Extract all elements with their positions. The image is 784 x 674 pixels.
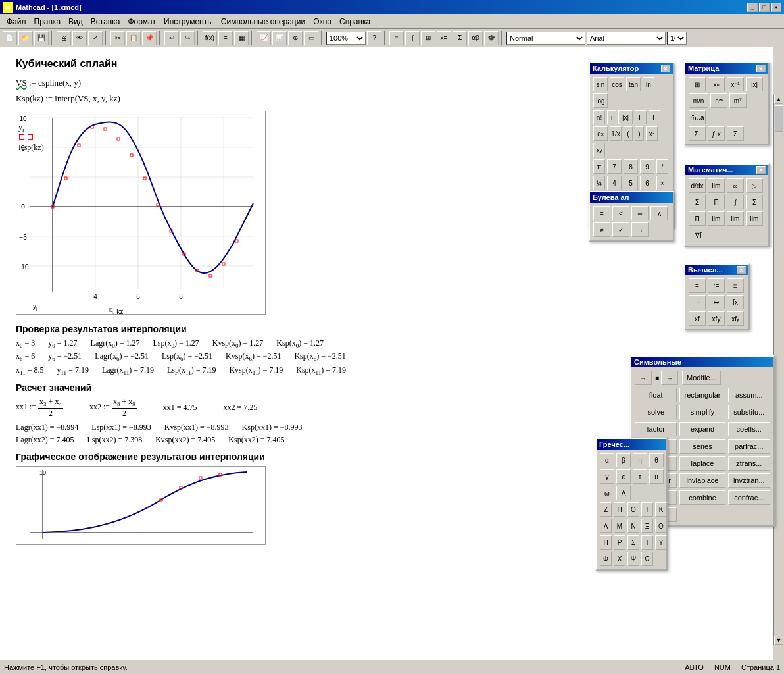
prog-btn[interactable]: Σ bbox=[453, 31, 467, 45]
greek-omega-s[interactable]: ω bbox=[600, 486, 614, 500]
comp-xfy[interactable]: xfy bbox=[708, 311, 725, 326]
greek-Omicron[interactable]: Ο bbox=[655, 519, 667, 533]
greek-Kappa[interactable]: Κ bbox=[655, 502, 667, 517]
calculator-panel-title[interactable]: Калькулятор × bbox=[590, 63, 673, 74]
zoom-select[interactable]: 100% bbox=[326, 32, 366, 45]
greek-eta[interactable]: η bbox=[633, 453, 647, 467]
greek-Psi[interactable]: Ψ bbox=[627, 552, 639, 566]
sym-confrac[interactable]: confrac... bbox=[728, 490, 770, 505]
greek-Omega[interactable]: Ω bbox=[641, 552, 653, 566]
spell-button[interactable]: ✓ bbox=[88, 31, 103, 45]
sym-laplace[interactable]: laplace bbox=[679, 456, 725, 471]
gamma1-btn[interactable]: Γ bbox=[635, 110, 647, 124]
9-btn[interactable]: 9 bbox=[640, 159, 654, 174]
sym-arr[interactable]: → bbox=[635, 371, 652, 385]
bool-eq[interactable]: = bbox=[593, 206, 610, 220]
mat-grid[interactable]: ⊞ bbox=[689, 77, 706, 91]
menu-edit[interactable]: Правка bbox=[30, 16, 65, 28]
calculator-close[interactable]: × bbox=[661, 65, 670, 72]
sym-solve[interactable]: solve bbox=[635, 405, 677, 419]
copy-button[interactable]: 📋 bbox=[126, 31, 141, 45]
comp-fx[interactable]: fx bbox=[727, 295, 744, 309]
tan-btn[interactable]: tan bbox=[626, 77, 641, 91]
bool-check[interactable]: ✓ bbox=[612, 222, 629, 237]
m-nabla[interactable]: ∇f bbox=[689, 228, 708, 242]
open-button[interactable]: 📁 bbox=[18, 31, 33, 45]
greek-Upsilon[interactable]: Υ bbox=[655, 535, 667, 550]
greek-Theta[interactable]: Θ bbox=[627, 502, 639, 517]
m-sum2[interactable]: Σ bbox=[746, 195, 763, 209]
bool-lt[interactable]: < bbox=[612, 206, 629, 220]
paste-button[interactable]: 📌 bbox=[142, 31, 157, 45]
sym-combine[interactable]: combine bbox=[679, 490, 725, 505]
save-button[interactable]: 💾 bbox=[34, 31, 49, 45]
greek-beta[interactable]: β bbox=[616, 453, 631, 467]
lp-btn[interactable]: ( bbox=[624, 126, 633, 141]
bool-ne[interactable]: ≠ bbox=[593, 222, 610, 237]
menu-file[interactable]: Файл bbox=[3, 16, 30, 28]
comp-equiv[interactable]: ≡ bbox=[727, 278, 744, 293]
div-btn[interactable]: / bbox=[656, 159, 668, 174]
sym-btn[interactable]: ∫ bbox=[405, 31, 420, 45]
pi-btn[interactable]: π bbox=[593, 159, 605, 174]
sym-bullet-arr[interactable]: → bbox=[661, 371, 678, 385]
greek-theta[interactable]: θ bbox=[649, 453, 664, 467]
greek-Pi[interactable]: Π bbox=[600, 535, 612, 550]
boolean-panel-title[interactable]: Булева ал bbox=[590, 192, 673, 203]
cos-btn[interactable]: cos bbox=[610, 77, 624, 91]
m-inf[interactable]: ∞ bbox=[727, 178, 744, 193]
menu-symbolic[interactable]: Символьные операции bbox=[217, 16, 309, 28]
redo-button[interactable]: ↪ bbox=[180, 31, 195, 45]
greek-Lambda[interactable]: Λ bbox=[600, 519, 612, 533]
ln-btn[interactable]: ln bbox=[643, 77, 654, 91]
4-btn[interactable]: 4 bbox=[607, 176, 622, 190]
cut-button[interactable]: ✂ bbox=[110, 31, 125, 45]
mat-sum1[interactable]: Σ· bbox=[689, 126, 706, 141]
bool-inf[interactable]: ∞ bbox=[631, 206, 649, 220]
greek-Mu[interactable]: Μ bbox=[614, 519, 625, 533]
m-prod[interactable]: Π bbox=[708, 195, 725, 209]
greek-Phi[interactable]: Φ bbox=[600, 552, 612, 566]
pow-btn[interactable]: xy bbox=[593, 143, 605, 157]
fontsize-select[interactable]: 10 bbox=[667, 32, 687, 45]
comp-eq[interactable]: = bbox=[689, 278, 706, 293]
sym-simplify[interactable]: simplify bbox=[679, 405, 725, 419]
greek-eps[interactable]: ε bbox=[616, 469, 631, 484]
menu-tools[interactable]: Инструменты bbox=[160, 16, 217, 28]
greek-Alpha[interactable]: Α bbox=[616, 486, 631, 500]
m-pi[interactable]: Π bbox=[689, 211, 706, 226]
nfact-btn[interactable]: n! bbox=[593, 110, 605, 124]
5-btn[interactable]: 5 bbox=[624, 176, 638, 190]
window-button[interactable]: ▭ bbox=[304, 31, 318, 45]
m-dx[interactable]: d/dx bbox=[689, 178, 706, 193]
greek-Nu[interactable]: Ν bbox=[627, 519, 639, 533]
scroll-up[interactable]: ▲ bbox=[774, 95, 783, 104]
7-btn[interactable]: 7 bbox=[607, 159, 622, 174]
m-lim4[interactable]: lim bbox=[746, 211, 763, 226]
preview-button[interactable]: 👁 bbox=[72, 31, 87, 45]
matrix-btn2[interactable]: ⊞ bbox=[421, 31, 435, 45]
greek-Sigma[interactable]: Σ bbox=[627, 535, 639, 550]
matrix-button[interactable]: ▦ bbox=[234, 31, 249, 45]
bool-and[interactable]: ∧ bbox=[650, 206, 668, 220]
mat-fx[interactable]: ƒ·x bbox=[708, 126, 725, 141]
font-select[interactable]: Arial bbox=[587, 32, 666, 45]
greek-Rho[interactable]: Ρ bbox=[614, 535, 625, 550]
m-lim2[interactable]: lim bbox=[708, 211, 725, 226]
scroll-thumb-v[interactable] bbox=[775, 105, 783, 132]
greek-btn[interactable]: αβ bbox=[468, 31, 483, 45]
sq-btn[interactable]: x² bbox=[646, 126, 658, 141]
help-button[interactable]: ? bbox=[367, 31, 381, 45]
close-button[interactable]: × bbox=[771, 3, 781, 12]
comp-xfy2[interactable]: xfy bbox=[727, 311, 744, 326]
sym-invztran[interactable]: invztran... bbox=[728, 473, 770, 488]
mul-btn[interactable]: × bbox=[656, 176, 668, 190]
matrix-panel-title[interactable]: Матрица × bbox=[685, 63, 768, 74]
compute-close[interactable]: × bbox=[737, 266, 746, 274]
greek-Tau[interactable]: Τ bbox=[641, 535, 653, 550]
log-btn[interactable]: log bbox=[593, 93, 608, 108]
sym-factor[interactable]: factor bbox=[635, 422, 677, 436]
math-panel-title[interactable]: Математич... × bbox=[685, 165, 768, 175]
m-sum[interactable]: Σ bbox=[689, 195, 706, 209]
symbolic-panel-title[interactable]: Символьные bbox=[631, 357, 773, 367]
